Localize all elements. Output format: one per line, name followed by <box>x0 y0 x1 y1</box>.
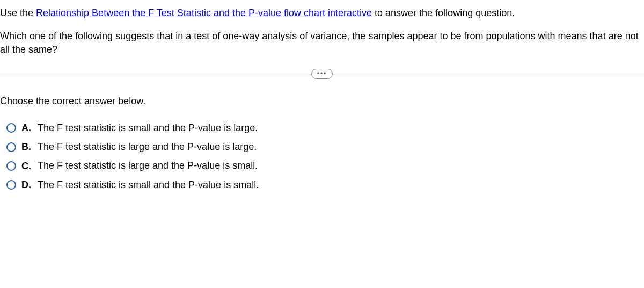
radio-icon[interactable] <box>6 180 16 190</box>
question-intro: Use the Relationship Between the F Test … <box>0 6 644 20</box>
question-text: Which one of the following suggests that… <box>0 30 644 56</box>
option-text: The F test statistic is large and the P-… <box>38 160 258 172</box>
divider-line-left <box>0 74 309 74</box>
divider-line-right <box>335 74 644 74</box>
intro-suffix: to answer the following question. <box>372 8 515 18</box>
option-text: The F test statistic is small and the P-… <box>38 122 258 134</box>
option-d[interactable]: D. The F test statistic is small and the… <box>6 179 644 191</box>
option-c[interactable]: C. The F test statistic is large and the… <box>6 160 644 172</box>
options-group: A. The F test statistic is small and the… <box>0 122 644 192</box>
intro-prefix: Use the <box>0 8 36 18</box>
option-text: The F test statistic is large and the P-… <box>38 141 257 153</box>
option-a[interactable]: A. The F test statistic is small and the… <box>6 122 644 134</box>
radio-icon[interactable] <box>6 142 16 152</box>
interactive-link[interactable]: Relationship Between the F Test Statisti… <box>36 8 372 18</box>
option-letter: D. <box>21 179 33 191</box>
option-text: The F test statistic is small and the P-… <box>38 179 259 191</box>
divider: ••• <box>0 68 644 81</box>
option-letter: A. <box>21 123 33 134</box>
ellipsis-button[interactable]: ••• <box>311 69 333 78</box>
option-b[interactable]: B. The F test statistic is large and the… <box>6 141 644 153</box>
instruction-text: Choose the correct answer below. <box>0 96 644 107</box>
option-letter: B. <box>21 141 33 153</box>
radio-icon[interactable] <box>6 123 16 133</box>
option-letter: C. <box>21 161 33 172</box>
radio-icon[interactable] <box>6 161 16 171</box>
